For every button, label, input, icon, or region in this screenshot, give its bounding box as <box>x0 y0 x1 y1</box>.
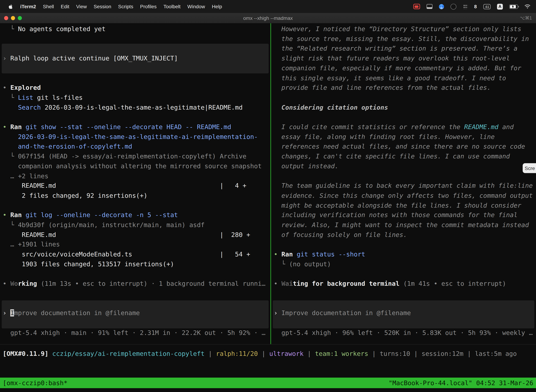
terminal-line: Considering citation options <box>274 104 388 111</box>
terminal-line: [OMX#0.11.9] cczip/essay/ai-reimplementa… <box>3 350 517 357</box>
terminal-line: 1903 files changed, 513517 insertions(+) <box>3 261 174 268</box>
terminal: └ No agents completed yet › Ralph loop a… <box>0 23 536 378</box>
screen-recording-icon[interactable] <box>413 4 420 9</box>
terminal-line: › Improve documentation in @filename <box>274 309 411 317</box>
terminal-line: › Ralph loop active continue [OMX_TMUX_I… <box>3 55 178 62</box>
menu-item-help[interactable]: Help <box>208 4 225 9</box>
terminal-line: evidence. Since this change only affects… <box>274 192 533 199</box>
terminal-line: output instead. <box>274 163 339 170</box>
terminal-line: README.md | 4 + <box>3 182 247 189</box>
eight-icon[interactable]: 8 <box>474 4 477 9</box>
terminal-line: the source tree, missing the essay. Stil… <box>274 35 529 42</box>
screen: iTerm2ShellEditViewSessionScriptsProfile… <box>0 0 536 392</box>
tmux-host-time: "MacBook-Pro-44.local" 04:52 31-Mar-26 <box>389 379 533 387</box>
terminal-line: • Ran git show --stat --oneline --decora… <box>3 123 231 131</box>
terminal-line: README.md | 280 + <box>3 231 250 238</box>
terminal-line: Search 2026-03-09-is-legal-the-same-as-l… <box>3 104 243 111</box>
tmux-session-window: [omx-cczip0:bash* <box>3 379 67 387</box>
terminal-line: • Ran git status --short <box>274 251 365 258</box>
terminal-line: references need actual files, and since … <box>274 143 525 150</box>
menu-item-view[interactable]: View <box>73 4 90 9</box>
menu-item-profiles[interactable]: Profiles <box>137 4 160 9</box>
terminal-line: • Waiting for background terminal (1m 41… <box>274 280 506 287</box>
terminal-line: src/voice/voiceModeEnabled.ts | 54 + <box>3 251 250 258</box>
terminal-pane-right[interactable]: However, I noticed the “Directory Struct… <box>271 23 536 344</box>
terminal-line: • Ran git log --oneline --decorate -n 5 … <box>3 211 178 219</box>
menu-item-shell[interactable]: Shell <box>39 4 57 9</box>
terminal-line: slight risk that future readers may over… <box>274 55 510 62</box>
terminal-line: companion analysis without altering the … <box>3 163 262 170</box>
terminal-line: companion file, especially if more comme… <box>274 65 521 72</box>
menu-item-edit[interactable]: Edit <box>57 4 73 9</box>
terminal-line: I could cite commit statistics or refere… <box>274 123 514 131</box>
menu-bar-status-icons: 8 .61 A <box>413 4 536 9</box>
terminal-line: The team guideline is to back every impo… <box>274 182 533 189</box>
menu-item-window[interactable]: Window <box>184 4 208 9</box>
terminal-line: └ 067f154 (HEAD -> essay/ai-reimplementa… <box>3 153 247 160</box>
tmux-status-bar: [omx-cczip0:bash* "MacBook-Pro-44.local"… <box>0 378 536 388</box>
terminal-line: └ List git ls-files <box>3 94 83 101</box>
terminal-line: … +2 lines <box>3 172 48 179</box>
terminal-line: gpt-5.4 xhigh · main · 91% left · 2.31M … <box>3 329 266 336</box>
menu-item-session[interactable]: Session <box>90 4 115 9</box>
screen-overlay-button[interactable]: Scre <box>523 163 536 173</box>
status-separator <box>0 344 536 344</box>
pinwheel-icon[interactable] <box>439 4 444 9</box>
terminal-line: › Improve documentation in @filename <box>3 309 140 317</box>
terminal-line: provide file and line references from th… <box>274 84 491 91</box>
menu-bar: iTerm2ShellEditViewSessionScriptsProfile… <box>0 0 536 13</box>
terminal-line: However, I noticed the “Directory Struct… <box>274 25 521 33</box>
wifi-icon[interactable] <box>524 4 531 9</box>
terminal-line: └ No agents completed yet <box>3 25 106 33</box>
terminal-line: … +1901 lines <box>3 241 60 248</box>
menu-bar-left: iTerm2ShellEditViewSessionScriptsProfile… <box>0 4 225 9</box>
terminal-line: 2 files changed, 92 insertions(+) <box>3 192 148 199</box>
terminal-line: including verification notes with those … <box>274 211 517 219</box>
input-source-icon[interactable]: A <box>497 4 503 9</box>
terminal-buffer-right: However, I noticed the “Directory Struct… <box>271 23 536 344</box>
terminal-line: └ 4b9d30f (origin/main, instructkr/main,… <box>3 221 205 229</box>
terminal-line: of focusing solely on file lines. <box>274 231 407 238</box>
battery-icon[interactable] <box>509 4 518 9</box>
window-shortcut: ⌥⌘1 <box>520 13 532 23</box>
apple-menu-icon[interactable] <box>6 4 15 9</box>
window-title: omx --xhigh --madmax <box>0 13 536 23</box>
knob-icon[interactable] <box>450 4 456 9</box>
menu-items: iTerm2ShellEditViewSessionScriptsProfile… <box>17 4 225 9</box>
terminal-line: might be acceptable alongside the file l… <box>274 202 521 209</box>
terminal-line: and-the-erosion-of-copyleft.md <box>3 143 132 150</box>
terminal-line: review. Also, I might want to inspect th… <box>274 221 529 229</box>
terminal-line: • Explored <box>3 84 41 91</box>
omx-status-line: [OMX#0.11.9] cczip/essay/ai-reimplementa… <box>0 349 517 359</box>
terminal-line: essay file, along with finding root file… <box>274 133 495 140</box>
meter-icon[interactable]: .61 <box>483 4 490 9</box>
menu-item-scripts[interactable]: Scripts <box>115 4 137 9</box>
terminal-line: the “Related research writing” section i… <box>274 45 517 52</box>
terminal-line: this single essay, it seems like a good … <box>274 74 506 81</box>
keyboard-icon[interactable] <box>427 4 432 9</box>
menu-item-toolbelt[interactable]: Toolbelt <box>160 4 184 9</box>
terminal-line: 2026-03-09-is-legal-the-same-as-legitima… <box>3 133 258 140</box>
window-title-bar: omx --xhigh --madmax ⌥⌘1 <box>0 13 536 23</box>
terminal-line: └ (no output) <box>274 261 331 268</box>
app-grid-icon[interactable] <box>463 4 468 9</box>
terminal-buffer-left: └ No agents completed yet › Ralph loop a… <box>0 23 270 344</box>
terminal-line: gpt-5.4 xhigh · 96% left · 520K in · 5.8… <box>274 329 533 336</box>
terminal-line: • Working (11m 13s • esc to interrupt) ·… <box>3 280 266 287</box>
menu-item-iterm2[interactable]: iTerm2 <box>17 4 39 9</box>
terminal-pane-left[interactable]: └ No agents completed yet › Ralph loop a… <box>0 23 270 344</box>
terminal-line: changes, I can't cite specific file line… <box>274 153 510 160</box>
